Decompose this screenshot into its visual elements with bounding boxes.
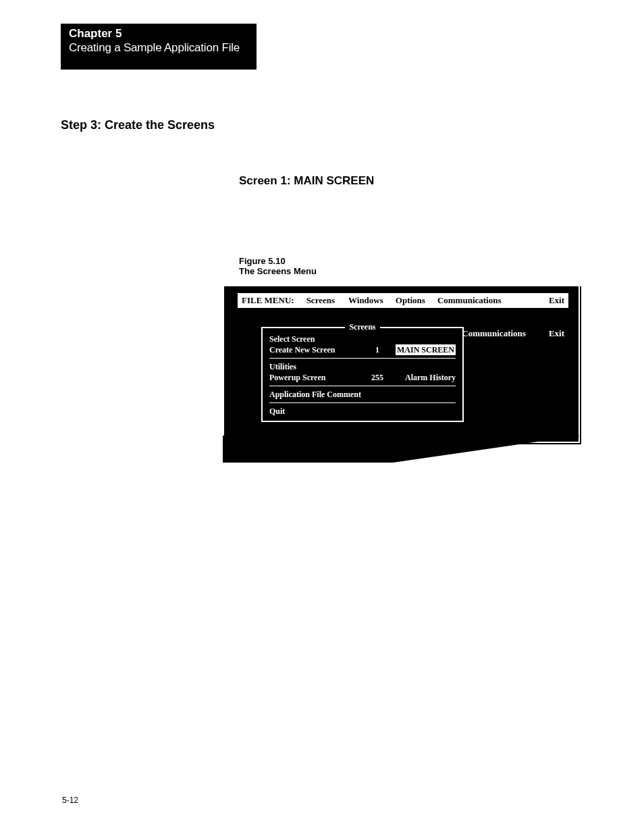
- menu-window: FILE MENU: Screens Windows Options Commu…: [223, 285, 580, 443]
- figure-title: The Screens Menu: [239, 266, 317, 276]
- step-heading: Step 3: Create the Screens: [61, 118, 215, 132]
- menu-item-quit[interactable]: Quit: [269, 406, 456, 417]
- secondary-bar: Communications Exit: [462, 327, 568, 340]
- secondary-exit[interactable]: Exit: [549, 328, 564, 339]
- secondary-communications[interactable]: Communications: [462, 328, 526, 339]
- menu-item-create-new-screen[interactable]: Create New Screen 1 MAIN SCREEN: [269, 344, 456, 355]
- screens-dropdown: Screens Select Screen Create New Screen …: [261, 327, 464, 422]
- menu-item-number: 255: [364, 372, 391, 383]
- menu-item-label: Quit: [269, 406, 285, 417]
- menu-item-value: MAIN SCREEN: [391, 344, 456, 355]
- svg-marker-0: [223, 436, 581, 463]
- figure-area: FILE MENU: Screens Windows Options Commu…: [216, 285, 581, 461]
- menu-item-label: Select Screen: [269, 334, 364, 344]
- figure-number: Figure 5.10: [239, 256, 286, 266]
- chapter-title: Chapter 5: [69, 27, 248, 41]
- menu-item-powerup-screen[interactable]: Powerup Screen 255 Alarm History: [269, 372, 456, 383]
- menubar-item-communications[interactable]: Communications: [437, 295, 502, 306]
- screen-heading: Screen 1: MAIN SCREEN: [239, 174, 374, 188]
- menu-item-label: Utilities: [269, 361, 364, 372]
- page: Chapter 5 Creating a Sample Application …: [0, 0, 644, 834]
- separator: [269, 386, 456, 386]
- menu-item-app-comment[interactable]: Application File Comment: [269, 389, 456, 400]
- selected-screen-name: MAIN SCREEN: [396, 344, 456, 355]
- menu-item-value: Alarm History: [391, 372, 456, 383]
- menubar: FILE MENU: Screens Windows Options Commu…: [238, 293, 568, 308]
- dropdown-title: Screens: [263, 322, 462, 332]
- chapter-header: Chapter 5 Creating a Sample Application …: [61, 24, 257, 70]
- menubar-item-exit[interactable]: Exit: [549, 295, 564, 306]
- chapter-subtitle: Creating a Sample Application File: [69, 41, 248, 55]
- menu-item-number: 1: [364, 344, 391, 355]
- dropdown-title-text: Screens: [345, 322, 379, 332]
- figure-caption: Figure 5.10 The Screens Menu: [239, 257, 317, 277]
- menubar-item-windows[interactable]: Windows: [348, 295, 383, 306]
- separator: [269, 358, 456, 359]
- dropdown-content: Select Screen Create New Screen 1 MAIN S…: [263, 328, 462, 421]
- menubar-item-screens[interactable]: Screens: [306, 295, 335, 306]
- menu-item-utilities[interactable]: Utilities: [269, 361, 456, 372]
- menu-item-label: Create New Screen: [269, 344, 364, 355]
- menu-item-select-screen[interactable]: Select Screen: [269, 334, 456, 344]
- menubar-file-label: FILE MENU:: [242, 295, 294, 306]
- page-number: 5-12: [62, 796, 78, 805]
- menu-item-label: Powerup Screen: [269, 372, 364, 383]
- separator: [269, 402, 456, 403]
- perspective-wedge: [223, 436, 581, 463]
- menu-item-label: Application File Comment: [269, 389, 361, 400]
- menubar-item-options[interactable]: Options: [396, 295, 425, 306]
